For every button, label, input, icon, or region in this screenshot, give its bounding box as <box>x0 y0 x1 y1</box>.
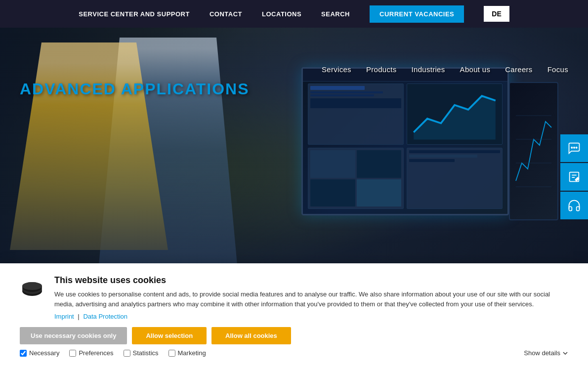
nav-industries[interactable]: Industries <box>412 65 445 74</box>
nav-service-center[interactable]: SERVICE CENTER AND SUPPORT <box>79 10 190 18</box>
contact-form-button[interactable] <box>560 163 588 191</box>
screen-panel-chart <box>407 83 503 145</box>
hero-heading: ADVANCED APPLICATIONS <box>20 80 250 98</box>
chat-icon <box>567 141 581 155</box>
svg-point-5 <box>571 147 572 148</box>
data-protection-link[interactable]: Data Protection <box>83 313 127 320</box>
svg-point-6 <box>574 147 575 148</box>
cookie-title: This website uses cookies <box>54 275 568 286</box>
monitor-area <box>301 67 558 245</box>
contact-form-icon <box>567 170 581 184</box>
preferences-checkbox-item[interactable]: Preferences <box>69 349 113 357</box>
screen-content <box>308 83 503 209</box>
side-chart <box>510 83 557 219</box>
monitor-screen <box>301 67 509 215</box>
screen-panel-1 <box>308 83 404 145</box>
chart-svg <box>409 86 500 142</box>
imprint-link[interactable]: Imprint <box>54 313 74 320</box>
preferences-label: Preferences <box>79 349 113 357</box>
nav-search[interactable]: SEARCH <box>321 10 350 18</box>
use-necessary-cookies-button[interactable]: Use necessary cookies only <box>20 327 127 344</box>
nav-about-us[interactable]: About us <box>460 65 491 74</box>
show-details-label: Show details <box>524 349 560 357</box>
main-navigation: Services Products Industries About us Ca… <box>0 55 588 74</box>
monitor-side-screen <box>509 82 558 220</box>
show-details-button[interactable]: Show details <box>524 349 568 357</box>
nav-services[interactable]: Services <box>322 65 351 74</box>
statistics-label: Statistics <box>133 349 159 357</box>
necessary-checkbox-item[interactable]: Necessary <box>20 349 59 357</box>
current-vacancies-button[interactable]: CURRENT VACANCIES <box>370 5 464 23</box>
necessary-checkbox[interactable] <box>20 350 27 357</box>
hero-section: ADVANCED APPLICATIONS Services Products … <box>0 28 588 265</box>
cookie-links: Imprint | Data Protection <box>54 313 568 320</box>
headset-button[interactable] <box>560 192 588 219</box>
language-button[interactable]: DE <box>484 6 509 22</box>
svg-marker-0 <box>414 96 496 139</box>
top-navigation: SERVICE CENTER AND SUPPORT CONTACT LOCAT… <box>0 0 588 28</box>
side-action-buttons <box>560 134 588 219</box>
preferences-checkbox[interactable] <box>69 350 76 357</box>
marketing-label: Marketing <box>178 349 206 357</box>
nav-careers[interactable]: Careers <box>505 65 532 74</box>
nav-locations[interactable]: LOCATIONS <box>262 10 301 18</box>
cookie-action-buttons: Use necessary cookies only Allow selecti… <box>20 327 568 344</box>
cookie-logo-icon <box>20 275 44 300</box>
nav-products[interactable]: Products <box>366 65 397 74</box>
cookie-header: This website uses cookies We use cookies… <box>20 275 568 320</box>
necessary-label: Necessary <box>29 349 59 357</box>
cookie-body-text: We use cookies to personalise content an… <box>54 289 568 309</box>
headset-icon <box>567 199 581 212</box>
statistics-checkbox[interactable] <box>124 350 130 357</box>
svg-point-14 <box>22 282 42 290</box>
chat-button[interactable] <box>560 134 588 162</box>
svg-point-7 <box>576 147 577 148</box>
statistics-checkbox-item[interactable]: Statistics <box>124 349 159 357</box>
cookie-banner: This website uses cookies We use cookies… <box>0 263 588 372</box>
link-separator: | <box>78 313 79 320</box>
allow-selection-button[interactable]: Allow selection <box>132 327 207 344</box>
chevron-down-icon <box>562 350 568 356</box>
cookie-checkboxes: Necessary Preferences Statistics Marketi… <box>20 349 568 357</box>
nav-focus[interactable]: Focus <box>547 65 568 74</box>
screen-panel-3 <box>308 148 404 209</box>
marketing-checkbox-item[interactable]: Marketing <box>168 349 206 357</box>
allow-all-cookies-button[interactable]: Allow all cookies <box>211 327 291 344</box>
cookie-text-area: This website uses cookies We use cookies… <box>54 275 568 320</box>
screen-panel-4 <box>407 148 503 209</box>
nav-contact[interactable]: CONTACT <box>210 10 242 18</box>
marketing-checkbox[interactable] <box>168 350 175 357</box>
